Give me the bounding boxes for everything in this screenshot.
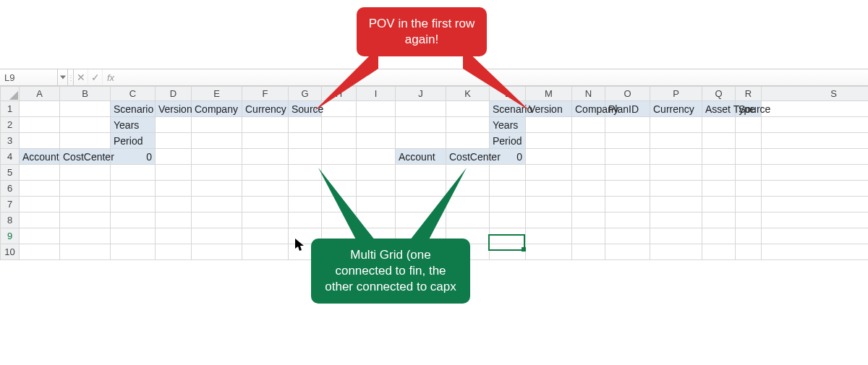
cell[interactable]: [736, 228, 762, 244]
cell[interactable]: [60, 133, 111, 149]
cell[interactable]: [289, 197, 322, 212]
row-header[interactable]: 1: [1, 101, 20, 117]
cell[interactable]: CostCenter: [60, 149, 111, 165]
column-header[interactable]: R: [736, 87, 762, 101]
column-header[interactable]: Q: [702, 87, 736, 101]
column-header[interactable]: E: [192, 87, 242, 101]
cell[interactable]: [192, 117, 242, 133]
cell[interactable]: [736, 244, 762, 260]
cell[interactable]: [156, 117, 192, 133]
cell[interactable]: 0: [111, 149, 156, 165]
cell[interactable]: [156, 212, 192, 228]
cell[interactable]: [322, 117, 357, 133]
cell[interactable]: [702, 181, 736, 197]
cell[interactable]: [156, 133, 192, 149]
column-header[interactable]: S: [762, 87, 869, 101]
cell[interactable]: Version: [526, 101, 572, 117]
cell[interactable]: [605, 212, 650, 228]
cell[interactable]: [156, 244, 192, 260]
cell[interactable]: [650, 244, 702, 260]
column-header[interactable]: J: [396, 87, 446, 101]
cell[interactable]: Company: [572, 101, 605, 117]
cell[interactable]: [289, 165, 322, 181]
cell[interactable]: [60, 244, 111, 260]
cell[interactable]: [20, 212, 60, 228]
cell[interactable]: [20, 117, 60, 133]
cell[interactable]: [111, 181, 156, 197]
name-box[interactable]: L9: [0, 69, 58, 85]
cell[interactable]: PlanID: [605, 101, 650, 117]
cell[interactable]: [605, 133, 650, 149]
cell[interactable]: [20, 101, 60, 117]
cell[interactable]: [736, 165, 762, 181]
cell[interactable]: [650, 117, 702, 133]
cell[interactable]: [736, 117, 762, 133]
cell[interactable]: [736, 149, 762, 165]
cell[interactable]: [242, 228, 289, 244]
cell[interactable]: [490, 165, 526, 181]
column-header[interactable]: F: [242, 87, 289, 101]
cell[interactable]: [192, 212, 242, 228]
cell[interactable]: [605, 165, 650, 181]
column-header[interactable]: B: [60, 87, 111, 101]
cell[interactable]: [60, 181, 111, 197]
column-header[interactable]: N: [572, 87, 605, 101]
cell[interactable]: [605, 197, 650, 212]
cell[interactable]: [242, 212, 289, 228]
cell[interactable]: [572, 149, 605, 165]
cell[interactable]: Company: [192, 101, 242, 117]
cell[interactable]: [20, 228, 60, 244]
cell[interactable]: [20, 197, 60, 212]
cell[interactable]: [572, 197, 605, 212]
cell[interactable]: [572, 133, 605, 149]
cell[interactable]: [605, 181, 650, 197]
cell[interactable]: [702, 133, 736, 149]
cell[interactable]: [702, 228, 736, 244]
cell[interactable]: [192, 133, 242, 149]
cell[interactable]: [572, 117, 605, 133]
column-header[interactable]: C: [111, 87, 156, 101]
cell[interactable]: CostCenter: [446, 149, 490, 165]
cell[interactable]: [526, 197, 572, 212]
cell[interactable]: [242, 133, 289, 149]
cell[interactable]: [242, 165, 289, 181]
cell[interactable]: [650, 181, 702, 197]
row-header[interactable]: 4: [1, 149, 20, 165]
row-header[interactable]: 10: [1, 244, 20, 260]
cell[interactable]: [650, 149, 702, 165]
cell[interactable]: Period: [111, 133, 156, 149]
column-header[interactable]: P: [650, 87, 702, 101]
cell[interactable]: [156, 165, 192, 181]
cell[interactable]: [650, 133, 702, 149]
cell[interactable]: [762, 197, 869, 212]
cell[interactable]: [242, 244, 289, 260]
cell[interactable]: Asset Type: [702, 101, 736, 117]
cell[interactable]: [702, 117, 736, 133]
cell[interactable]: [605, 244, 650, 260]
cell[interactable]: [20, 244, 60, 260]
column-header[interactable]: D: [156, 87, 192, 101]
cell[interactable]: [736, 181, 762, 197]
cell[interactable]: [762, 117, 869, 133]
cell[interactable]: [242, 117, 289, 133]
cell[interactable]: [736, 133, 762, 149]
cell[interactable]: [357, 117, 396, 133]
cell[interactable]: [762, 228, 869, 244]
cell[interactable]: [289, 117, 322, 133]
cell[interactable]: [322, 133, 357, 149]
cell[interactable]: [192, 197, 242, 212]
cell[interactable]: [762, 244, 869, 260]
cell[interactable]: [762, 181, 869, 197]
cell[interactable]: [357, 149, 396, 165]
cell[interactable]: [572, 165, 605, 181]
cell[interactable]: [526, 181, 572, 197]
cell[interactable]: [605, 117, 650, 133]
cell[interactable]: Version: [156, 101, 192, 117]
cell[interactable]: [156, 181, 192, 197]
cell[interactable]: [526, 149, 572, 165]
cell[interactable]: [702, 197, 736, 212]
row-header[interactable]: 8: [1, 212, 20, 228]
cell[interactable]: [192, 149, 242, 165]
cell[interactable]: Currency: [242, 101, 289, 117]
cell[interactable]: [289, 133, 322, 149]
